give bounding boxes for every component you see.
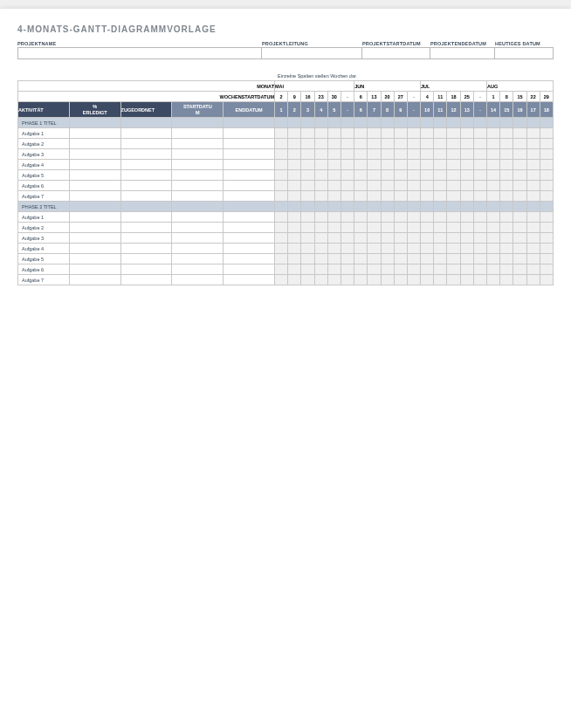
gantt-cell[interactable]: [394, 244, 407, 254]
gantt-cell[interactable]: [327, 233, 341, 244]
gantt-cell[interactable]: [407, 275, 420, 285]
gantt-cell[interactable]: [540, 139, 553, 149]
gantt-cell[interactable]: [407, 149, 420, 160]
gantt-cell[interactable]: [434, 212, 447, 223]
gantt-cell[interactable]: [526, 160, 540, 170]
gantt-cell[interactable]: [368, 191, 381, 202]
gantt-cell[interactable]: [473, 181, 486, 191]
gantt-cell[interactable]: [381, 244, 394, 254]
gantt-cell[interactable]: [341, 244, 354, 254]
gantt-cell[interactable]: [473, 191, 486, 202]
gantt-cell[interactable]: [394, 254, 407, 264]
gantt-cell[interactable]: [500, 160, 513, 170]
info-input-today[interactable]: [495, 47, 554, 59]
task-end[interactable]: [224, 223, 275, 233]
gantt-cell[interactable]: [421, 139, 434, 149]
gantt-cell[interactable]: [394, 275, 407, 285]
task-assign[interactable]: [120, 223, 172, 233]
gantt-cell[interactable]: [314, 191, 327, 202]
gantt-cell[interactable]: [368, 139, 381, 149]
gantt-cell[interactable]: [513, 191, 526, 202]
gantt-cell[interactable]: [434, 244, 447, 254]
gantt-cell[interactable]: [301, 212, 314, 223]
gantt-cell[interactable]: [434, 275, 447, 285]
gantt-cell[interactable]: [341, 264, 354, 275]
gantt-cell[interactable]: [381, 212, 394, 223]
gantt-cell[interactable]: [341, 139, 354, 149]
gantt-cell[interactable]: [421, 170, 434, 181]
gantt-cell[interactable]: [407, 191, 420, 202]
gantt-cell[interactable]: [513, 264, 526, 275]
gantt-cell[interactable]: [460, 128, 473, 139]
gantt-cell[interactable]: [487, 244, 500, 254]
gantt-cell[interactable]: [460, 254, 473, 264]
gantt-cell[interactable]: [473, 254, 486, 264]
task-start[interactable]: [172, 149, 224, 160]
gantt-cell[interactable]: [447, 128, 460, 139]
task-pct[interactable]: [69, 212, 120, 223]
gantt-cell[interactable]: [500, 149, 513, 160]
gantt-cell[interactable]: [301, 170, 314, 181]
task-assign[interactable]: [120, 149, 172, 160]
gantt-cell[interactable]: [407, 181, 420, 191]
task-pct[interactable]: [69, 139, 120, 149]
task-pct[interactable]: [69, 160, 120, 170]
gantt-cell[interactable]: [381, 170, 394, 181]
gantt-cell[interactable]: [487, 181, 500, 191]
gantt-cell[interactable]: [487, 191, 500, 202]
gantt-cell[interactable]: [381, 233, 394, 244]
gantt-cell[interactable]: [526, 128, 540, 139]
task-pct[interactable]: [69, 191, 120, 202]
gantt-cell[interactable]: [314, 149, 327, 160]
gantt-cell[interactable]: [288, 191, 301, 202]
gantt-cell[interactable]: [526, 191, 540, 202]
gantt-cell[interactable]: [421, 244, 434, 254]
gantt-cell[interactable]: [487, 170, 500, 181]
gantt-cell[interactable]: [327, 254, 341, 264]
gantt-cell[interactable]: [354, 212, 368, 223]
gantt-cell[interactable]: [288, 212, 301, 223]
gantt-cell[interactable]: [407, 223, 420, 233]
gantt-cell[interactable]: [407, 160, 420, 170]
task-assign[interactable]: [120, 212, 172, 223]
gantt-cell[interactable]: [354, 264, 368, 275]
gantt-cell[interactable]: [434, 254, 447, 264]
gantt-cell[interactable]: [473, 275, 486, 285]
gantt-cell[interactable]: [275, 223, 288, 233]
gantt-cell[interactable]: [487, 275, 500, 285]
task-start[interactable]: [172, 264, 224, 275]
gantt-cell[interactable]: [421, 254, 434, 264]
gantt-cell[interactable]: [341, 223, 354, 233]
gantt-cell[interactable]: [526, 149, 540, 160]
gantt-cell[interactable]: [354, 275, 368, 285]
gantt-cell[interactable]: [500, 244, 513, 254]
gantt-cell[interactable]: [327, 149, 341, 160]
task-end[interactable]: [224, 149, 275, 160]
gantt-cell[interactable]: [394, 181, 407, 191]
gantt-cell[interactable]: [460, 244, 473, 254]
info-input-lead[interactable]: [262, 47, 362, 59]
gantt-cell[interactable]: [421, 264, 434, 275]
task-end[interactable]: [224, 275, 275, 285]
gantt-cell[interactable]: [421, 223, 434, 233]
gantt-cell[interactable]: [354, 223, 368, 233]
gantt-cell[interactable]: [368, 149, 381, 160]
task-start[interactable]: [172, 170, 224, 181]
task-assign[interactable]: [120, 264, 172, 275]
gantt-cell[interactable]: [288, 128, 301, 139]
task-end[interactable]: [224, 212, 275, 223]
gantt-cell[interactable]: [314, 254, 327, 264]
gantt-cell[interactable]: [500, 139, 513, 149]
gantt-cell[interactable]: [473, 170, 486, 181]
gantt-cell[interactable]: [407, 170, 420, 181]
info-input-start[interactable]: [362, 47, 430, 59]
task-end[interactable]: [224, 244, 275, 254]
gantt-cell[interactable]: [460, 170, 473, 181]
gantt-cell[interactable]: [368, 275, 381, 285]
gantt-cell[interactable]: [341, 149, 354, 160]
gantt-cell[interactable]: [447, 181, 460, 191]
task-assign[interactable]: [120, 128, 172, 139]
gantt-cell[interactable]: [368, 244, 381, 254]
gantt-cell[interactable]: [354, 233, 368, 244]
gantt-cell[interactable]: [354, 128, 368, 139]
